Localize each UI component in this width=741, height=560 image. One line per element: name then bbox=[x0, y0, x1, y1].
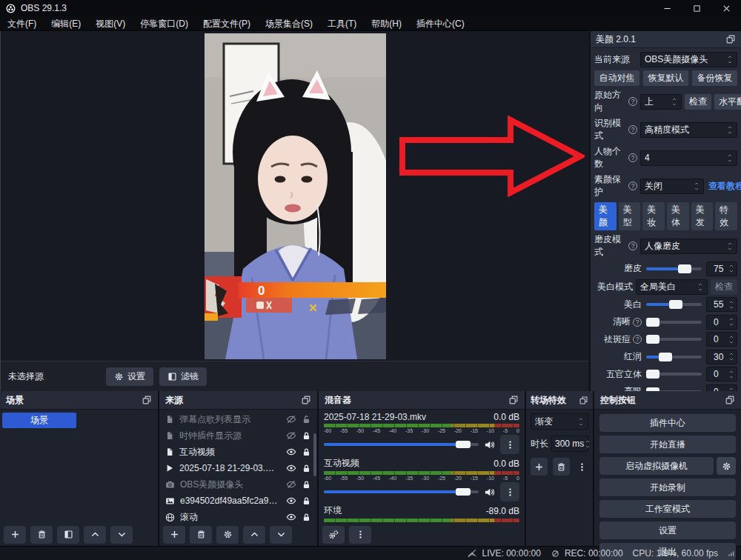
popout-dock-icon[interactable] bbox=[508, 395, 519, 405]
help-icon[interactable]: ? bbox=[633, 335, 642, 344]
bright-eyes-value-box[interactable]: 0 bbox=[706, 384, 737, 392]
menu-docks[interactable]: 停靠窗口(D) bbox=[133, 16, 196, 31]
source-settings-button[interactable]: 设置 bbox=[106, 367, 153, 386]
clarity-slider[interactable] bbox=[646, 321, 702, 324]
popout-dock-icon[interactable] bbox=[725, 34, 736, 44]
stepper-arrows-icon[interactable] bbox=[728, 335, 734, 344]
source-properties-button[interactable] bbox=[216, 526, 239, 544]
help-icon[interactable]: ? bbox=[628, 153, 637, 162]
rosy-value-box[interactable]: 30 bbox=[706, 350, 737, 364]
start-virtual-camera-button[interactable]: 启动虚拟摄像机 bbox=[599, 457, 714, 475]
preview-video[interactable]: 0 ✕ bbox=[205, 33, 386, 359]
scene-move-down-button[interactable] bbox=[110, 526, 133, 544]
help-icon[interactable]: ? bbox=[628, 97, 637, 106]
reset-default-button[interactable]: 恢复默认 bbox=[643, 70, 688, 86]
stepper-arrows-icon[interactable] bbox=[726, 153, 733, 163]
stepper-arrows-icon[interactable] bbox=[728, 352, 734, 361]
help-icon[interactable]: ? bbox=[628, 181, 637, 190]
rosy-slider[interactable] bbox=[646, 356, 702, 359]
source-row[interactable]: OBS美颜摄像头 bbox=[159, 476, 317, 493]
tutorial-link[interactable]: 查看教程 bbox=[708, 180, 741, 193]
stepper-arrows-icon[interactable] bbox=[728, 387, 734, 391]
bareface-protect-dropdown[interactable]: 关闭 bbox=[640, 179, 704, 194]
acne-removal-slider[interactable] bbox=[646, 338, 702, 341]
whiten-check-button[interactable]: 检查 bbox=[711, 279, 737, 295]
start-recording-button[interactable]: 开始录制 bbox=[599, 479, 736, 496]
face-3d-value-box[interactable]: 0 bbox=[706, 367, 737, 381]
mixer-options-button[interactable] bbox=[349, 526, 371, 544]
stepper-arrows-icon[interactable] bbox=[728, 370, 734, 379]
source-row[interactable]: 2025-07-18 21-29-03.mkv bbox=[159, 460, 317, 476]
smooth-mode-dropdown[interactable]: 人像磨皮 bbox=[640, 239, 737, 254]
add-scene-button[interactable] bbox=[4, 526, 26, 544]
eye-icon[interactable] bbox=[286, 463, 296, 473]
menu-tools[interactable]: 工具(T) bbox=[320, 16, 364, 31]
track-options-button[interactable] bbox=[500, 482, 519, 501]
detect-mode-dropdown[interactable]: 高精度模式 bbox=[640, 122, 737, 138]
current-source-dropdown[interactable]: OBS美颜摄像头 bbox=[640, 52, 737, 67]
add-source-button[interactable] bbox=[163, 526, 185, 544]
lock-icon[interactable] bbox=[302, 496, 311, 506]
sources-scrollbar[interactable] bbox=[313, 433, 316, 476]
source-row[interactable]: 时钟插件显示源 bbox=[159, 427, 317, 444]
menu-scene-collection[interactable]: 场景集合(S) bbox=[258, 16, 320, 31]
tab-hair[interactable]: 美发 bbox=[691, 202, 714, 230]
popout-dock-icon[interactable] bbox=[725, 395, 735, 405]
acne-value-box[interactable]: 0 bbox=[706, 332, 737, 347]
people-count-stepper[interactable]: 4 bbox=[640, 150, 737, 166]
popout-dock-icon[interactable] bbox=[579, 396, 588, 405]
help-icon[interactable]: ? bbox=[628, 125, 637, 134]
eye-off-icon[interactable] bbox=[286, 414, 296, 424]
minimize-button[interactable] bbox=[652, 0, 682, 16]
lock-icon[interactable] bbox=[302, 513, 311, 522]
orientation-dropdown[interactable]: 上 bbox=[640, 94, 682, 110]
backup-restore-button[interactable]: 备份恢复 bbox=[692, 70, 737, 86]
source-row[interactable]: 互动视频 bbox=[159, 444, 317, 460]
whiten-value-box[interactable]: 55 bbox=[706, 297, 737, 312]
help-icon[interactable]: ? bbox=[633, 318, 642, 327]
tab-effects[interactable]: 特效 bbox=[715, 202, 737, 230]
transition-options-button[interactable] bbox=[575, 458, 588, 476]
autofocus-button[interactable]: 自动对焦 bbox=[594, 70, 639, 86]
scene-move-up-button[interactable] bbox=[84, 526, 106, 544]
track-options-button[interactable] bbox=[500, 435, 519, 454]
volume-slider[interactable] bbox=[324, 490, 479, 493]
remove-scene-button[interactable] bbox=[30, 526, 53, 544]
virtual-camera-config-button[interactable] bbox=[717, 457, 736, 475]
studio-mode-button[interactable]: 工作室模式 bbox=[599, 500, 736, 518]
whiten-mode-dropdown[interactable]: 全局美白 bbox=[636, 279, 708, 295]
menu-file[interactable]: 文件(F) bbox=[0, 16, 44, 31]
help-icon[interactable]: ? bbox=[628, 241, 637, 250]
stepper-arrows-icon[interactable] bbox=[728, 300, 734, 310]
scene-list-item[interactable]: 场景 bbox=[2, 413, 76, 428]
eye-icon[interactable] bbox=[286, 496, 296, 506]
smooth-slider[interactable] bbox=[646, 267, 702, 270]
speaker-icon[interactable] bbox=[484, 487, 495, 498]
plugin-center-button[interactable]: 插件中心 bbox=[599, 414, 736, 432]
stepper-arrows-icon[interactable] bbox=[728, 264, 734, 273]
maximize-button[interactable] bbox=[682, 0, 711, 16]
bright-eyes-slider[interactable] bbox=[646, 390, 702, 392]
duration-stepper[interactable]: 300 ms bbox=[551, 436, 588, 452]
face-3d-slider[interactable] bbox=[646, 373, 702, 376]
menu-view[interactable]: 视图(V) bbox=[88, 16, 133, 31]
lock-icon[interactable] bbox=[302, 431, 311, 441]
smooth-value-box[interactable]: 75 bbox=[706, 261, 737, 276]
eye-icon[interactable] bbox=[286, 512, 296, 522]
scene-filters-button[interactable] bbox=[57, 526, 79, 544]
horizontal-flip-button[interactable]: 水平翻转 bbox=[714, 94, 741, 110]
eye-icon[interactable] bbox=[286, 447, 296, 457]
source-move-down-button[interactable] bbox=[270, 526, 292, 544]
tab-body[interactable]: 美体 bbox=[667, 202, 689, 230]
close-button[interactable] bbox=[711, 0, 741, 16]
orientation-check-button[interactable]: 检查 bbox=[685, 94, 711, 110]
menu-help[interactable]: 帮助(H) bbox=[364, 16, 409, 31]
add-transition-button[interactable] bbox=[531, 458, 548, 476]
source-filters-button[interactable]: 滤镜 bbox=[159, 367, 207, 386]
volume-slider[interactable] bbox=[324, 443, 479, 446]
source-row[interactable]: e394502df49aa5fc2a99cd2e7c bbox=[159, 493, 317, 509]
start-streaming-button[interactable]: 开始直播 bbox=[599, 436, 736, 453]
source-row[interactable]: 滚动 bbox=[159, 509, 317, 523]
speaker-icon[interactable] bbox=[484, 439, 495, 450]
whiten-slider[interactable] bbox=[646, 303, 702, 306]
